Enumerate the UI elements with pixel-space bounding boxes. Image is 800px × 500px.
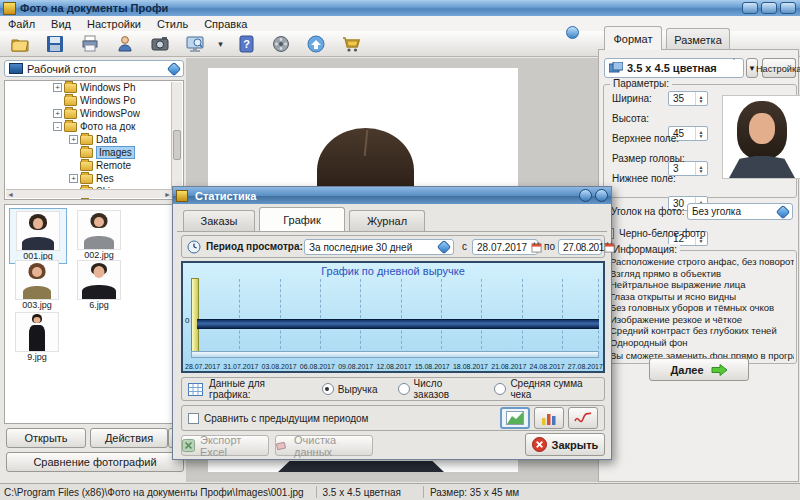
menu-view[interactable]: Вид <box>43 18 79 30</box>
compare-photos-button[interactable]: Сравнение фотографий <box>6 452 184 472</box>
dialog-close-button[interactable] <box>595 189 608 202</box>
expander-icon[interactable]: + <box>53 109 62 118</box>
close-dialog-button[interactable]: Закрыть <box>525 433 605 456</box>
location-combo[interactable]: Рабочий стол <box>4 60 184 77</box>
info-round-icon[interactable] <box>566 26 579 39</box>
width-stepper[interactable]: 35▲▼ <box>668 91 708 106</box>
tab-journal[interactable]: Журнал <box>349 210 425 231</box>
tree-item[interactable]: Windows Po <box>5 94 183 107</box>
next-button[interactable]: Далее <box>649 358 749 381</box>
dialog-collapse-button[interactable] <box>579 189 592 202</box>
capture-person-button[interactable] <box>109 32 141 55</box>
area-chart-button[interactable] <box>500 407 530 429</box>
period-box: Период просмотра: За последние 30 дней с… <box>181 235 605 258</box>
format-settings-button[interactable]: Настройка <box>762 58 796 78</box>
tab-layout[interactable]: Разметка <box>666 28 730 50</box>
expander-icon[interactable]: + <box>69 174 78 183</box>
save-icon <box>45 34 65 54</box>
tab-format[interactable]: Формат <box>604 26 662 50</box>
help-button[interactable]: ? <box>230 32 262 55</box>
share-button[interactable] <box>300 32 332 55</box>
menu-help[interactable]: Справка <box>196 18 255 30</box>
thumbnail-label: 002.jpg <box>71 250 127 260</box>
photo-thumb <box>15 312 59 352</box>
radio-average-check[interactable]: Средняя сумма чека <box>494 378 598 400</box>
scroll-right-icon[interactable]: ► <box>164 191 171 198</box>
menu-settings[interactable]: Настройки <box>79 18 149 30</box>
compare-box: Сравнить с предыдущим периодом <box>181 405 605 431</box>
video-button[interactable] <box>265 32 297 55</box>
thumbnail-9[interactable]: 9.jpg <box>9 312 65 362</box>
open-photo-button[interactable]: Открыть <box>6 428 86 448</box>
tree-item[interactable]: +Windows Ph <box>5 81 183 94</box>
calendar-icon[interactable] <box>604 242 615 253</box>
save-button[interactable] <box>39 32 71 55</box>
preview-face <box>749 113 775 144</box>
tree-item[interactable]: +WindowsPow <box>5 107 183 120</box>
calendar-icon[interactable] <box>531 242 542 253</box>
status-size: Размер: 35 x 45 мм <box>430 487 519 498</box>
stepper-arrows-icon[interactable]: ▲▼ <box>695 92 706 105</box>
photo-thumb <box>15 260 59 300</box>
close-button[interactable] <box>780 2 796 14</box>
bw-photo-checkbox[interactable]: Черно-белое фото <box>603 228 706 239</box>
folder-icon <box>80 174 93 184</box>
tree-item[interactable]: -Фото на док <box>5 120 183 133</box>
camera-button[interactable] <box>144 32 176 55</box>
tree-item[interactable]: +Data <box>5 133 183 146</box>
tree-vertical-scrollbar[interactable] <box>171 82 182 189</box>
radio-order-count[interactable]: Число заказов <box>398 378 475 400</box>
open-button[interactable] <box>4 32 36 55</box>
bar-chart-icon <box>540 411 558 425</box>
parameters-group: Параметры: Ширина: 35▲▼ Высота: 45▲▼ Вер… <box>603 84 797 198</box>
screen-preview-button[interactable] <box>179 32 211 55</box>
folder-icon <box>64 122 77 132</box>
clear-data-button[interactable]: Очистка данных <box>275 435 373 456</box>
format-combo[interactable]: 3.5 x 4.5 цветная <box>604 58 744 78</box>
dialog-title: Статистика <box>195 190 257 202</box>
tree-horizontal-scrollbar[interactable]: ◄► <box>6 189 172 198</box>
menu-file[interactable]: Файл <box>0 18 43 30</box>
maximize-button[interactable] <box>761 2 777 14</box>
table-icon <box>188 383 203 396</box>
dialog-icon <box>176 190 188 202</box>
tab-orders[interactable]: Заказы <box>183 210 255 231</box>
thumbnail-003[interactable]: 003.jpg <box>9 260 65 310</box>
info-line: Глаза открыты и ясно видны <box>610 291 794 303</box>
radio-revenue[interactable]: Выручка <box>322 383 378 395</box>
tab-graph[interactable]: График <box>259 207 345 231</box>
photo-format-icon <box>609 62 623 74</box>
thumbnail-6[interactable]: 6.jpg <box>71 260 127 310</box>
cart-button[interactable] <box>335 32 367 55</box>
line-chart-button[interactable] <box>568 407 598 429</box>
tree-item[interactable]: Template <box>5 198 183 200</box>
tree-item[interactable]: Remote <box>5 159 183 172</box>
scroll-left-icon[interactable]: ◄ <box>7 191 14 198</box>
thumbnail-002[interactable]: 002.jpg <box>71 210 127 260</box>
to-label: по <box>544 241 555 252</box>
bar-chart-button[interactable] <box>534 407 564 429</box>
tree-item[interactable]: +Res <box>5 172 183 185</box>
export-excel-button[interactable]: Экспорт Excel <box>181 435 269 456</box>
print-button[interactable] <box>74 32 106 55</box>
param-head-size: Размер головы: <box>612 153 685 164</box>
minimize-button[interactable] <box>742 2 758 14</box>
stepper-arrows-icon[interactable]: ▲▼ <box>695 127 706 140</box>
info-group: Информация: Расположение строго анфас, б… <box>603 250 797 364</box>
actions-button[interactable]: Действия <box>90 428 168 448</box>
stepper-arrows-icon[interactable]: ▲▼ <box>695 162 706 175</box>
expander-icon[interactable]: + <box>69 135 78 144</box>
compare-checkbox[interactable]: Сравнить с предыдущим периодом <box>188 413 369 424</box>
preview-dropdown-button[interactable]: ▾ <box>214 32 227 55</box>
to-date-field[interactable]: 27.08.2017 <box>558 239 602 255</box>
tree-item-selected[interactable]: Images <box>5 146 183 159</box>
corner-combo[interactable]: Без уголка <box>687 203 793 220</box>
expander-icon[interactable]: - <box>53 122 62 131</box>
expander-icon[interactable]: + <box>53 83 62 92</box>
from-date-field[interactable]: 28.07.2017 <box>472 239 538 255</box>
thumbnail-001[interactable]: 001.jpg <box>9 208 67 264</box>
menu-style[interactable]: Стиль <box>149 18 196 30</box>
clock-icon <box>187 240 201 254</box>
chevron-down-icon: ▼ <box>748 64 756 73</box>
period-combo[interactable]: За последние 30 дней <box>304 239 454 255</box>
